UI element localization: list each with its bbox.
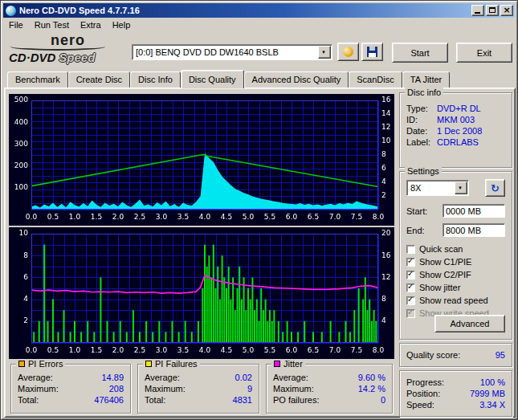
speed-selector[interactable]: 8X [406, 180, 469, 196]
jitter-color-swatch [274, 361, 280, 367]
jitter-average: 9.60 % [358, 373, 385, 382]
jitter-title: Jitter [283, 359, 303, 369]
progress-group: Progress:100 % Position:7999 MB Speed:3.… [399, 370, 512, 417]
quality-score-group: Quality score: 95 [399, 343, 512, 367]
checkbox-show-read-speed[interactable]: Show read speed [406, 294, 508, 307]
checkbox-icon[interactable] [406, 245, 415, 254]
start-label: Start: [406, 206, 427, 216]
tab-strip: Benchmark Create Disc Disc Info Disc Qua… [7, 71, 450, 88]
checkbox-icon[interactable] [406, 271, 415, 279]
pi-errors-average: 14.89 [101, 373, 124, 382]
quality-score-value: 95 [496, 350, 505, 360]
pi-errors-total: 476406 [94, 395, 124, 405]
app-window: Nero CD-DVD Speed 4.7.7.16 File Run Test… [0, 0, 518, 420]
position-value: 7999 MB [470, 389, 505, 398]
pi-failures-average: 0.02 [235, 373, 252, 382]
disc-id-value: MKM 003 [437, 115, 475, 124]
eject-button[interactable] [337, 43, 359, 61]
brand-speed: Speed [59, 51, 95, 64]
checkbox-icon[interactable] [406, 296, 415, 305]
close-icon [501, 5, 512, 15]
menu-help[interactable]: Help [107, 18, 137, 31]
drive-selector-value: [0:0] BENQ DVD DD DW1640 BSLB [133, 47, 317, 57]
app-icon [6, 6, 16, 16]
pi-failures-title: PI Failures [155, 359, 198, 369]
pi-failures-group: PI Failures Average:0.02 Maximum:9 Total… [137, 364, 259, 414]
start-button[interactable]: Start [392, 43, 448, 63]
pi-errors-color-swatch [18, 361, 25, 367]
logo-swoosh-icon [10, 43, 105, 51]
po-failures-value: 0 [381, 395, 385, 405]
tab-create-disc[interactable]: Create Disc [68, 71, 130, 88]
title-bar: Nero CD-DVD Speed 4.7.7.16 [3, 3, 515, 18]
pi-errors-title: PI Errors [28, 359, 63, 369]
start-position-input[interactable] [443, 204, 505, 218]
nero-logo: nero CD·DVDSpeed [7, 33, 129, 70]
settings-title: Settings [405, 166, 442, 176]
checkbox-icon [406, 309, 415, 318]
pi-failures-total: 4831 [233, 395, 252, 405]
chevron-down-icon[interactable] [455, 181, 467, 194]
checkbox-show-jitter[interactable]: Show jitter [406, 281, 508, 294]
tab-disc-info[interactable]: Disc Info [130, 71, 181, 88]
checkbox-quick-scan[interactable]: Quick scan [406, 243, 508, 255]
window-maximize-button[interactable] [486, 5, 499, 16]
window-title: Nero CD-DVD Speed 4.7.7.16 [19, 6, 470, 15]
disc-type-value: DVD+R DL [437, 104, 481, 113]
checkbox-show-c1-pie[interactable]: Show C1/PIE [406, 255, 508, 268]
menu-extra[interactable]: Extra [75, 18, 107, 31]
disc-icon [343, 47, 353, 57]
disc-date-row: Date:1 Dec 2008 [400, 125, 512, 137]
pi-failures-color-swatch [145, 361, 152, 367]
chevron-down-icon[interactable] [318, 46, 331, 59]
save-icon [367, 47, 377, 57]
tab-disc-quality[interactable]: Disc Quality [181, 70, 244, 88]
pie-chart-canvas [9, 94, 394, 226]
tab-advanced-disc-quality[interactable]: Advanced Disc Quality [244, 71, 349, 88]
pi-failures-maximum: 9 [247, 384, 252, 393]
end-position-input[interactable] [443, 223, 505, 237]
quality-score-label: Quality score: [406, 350, 460, 360]
end-label: End: [406, 226, 425, 235]
speed-value: 3.34 X [479, 400, 505, 410]
minimize-icon [475, 12, 480, 14]
tab-scandisc[interactable]: ScanDisc [349, 71, 402, 88]
menu-file[interactable]: File [3, 18, 29, 31]
menu-run-test[interactable]: Run Test [29, 18, 75, 31]
checkbox-icon[interactable] [406, 283, 415, 292]
exit-button[interactable]: Exit [456, 43, 512, 63]
window-minimize-button[interactable] [471, 5, 484, 16]
maximize-icon [489, 7, 496, 13]
disc-info-group: Disc info Type:DVD+R DL ID:MKM 003 Date:… [399, 92, 512, 168]
checkbox-icon[interactable] [406, 258, 415, 267]
start-position-row: Start: [406, 204, 505, 218]
disc-label-value: CDRLABS [437, 137, 479, 147]
menu-bar: File Run Test Extra Help [3, 18, 515, 32]
jitter-group: Jitter Average:9.60 % Maximum:14.2 % PO … [266, 364, 393, 414]
disc-date-value: 1 Dec 2008 [437, 126, 482, 136]
disc-id-row: ID:MKM 003 [400, 114, 512, 125]
progress-row: Progress:100 % [400, 377, 512, 388]
speed-row: Speed:3.34 X [400, 399, 512, 410]
disc-label-row: Label:CDRLABS [400, 137, 512, 148]
pi-errors-group: PI Errors Average:14.89 Maximum:208 Tota… [10, 364, 131, 414]
window-close-button[interactable] [500, 5, 513, 16]
drive-selector[interactable]: [0:0] BENQ DVD DD DW1640 BSLB [132, 44, 332, 60]
refresh-button[interactable] [485, 179, 505, 197]
jitter-maximum: 14.2 % [358, 384, 385, 393]
pif-chart-canvas [9, 227, 394, 359]
end-position-row: End: [406, 223, 505, 237]
tab-ta-jitter[interactable]: TA Jitter [402, 71, 451, 88]
advanced-button[interactable]: Advanced [434, 315, 505, 332]
tab-benchmark[interactable]: Benchmark [7, 71, 68, 88]
disc-info-title: Disc info [405, 88, 443, 97]
disc-type-row: Type:DVD+R DL [400, 103, 512, 114]
position-row: Position:7999 MB [400, 388, 512, 399]
save-button[interactable] [361, 43, 383, 61]
progress-value: 100 % [480, 377, 505, 387]
refresh-icon [491, 182, 500, 194]
checkbox-show-c2-pif[interactable]: Show C2/PIF [406, 268, 508, 281]
settings-group: Settings 8X Start: End: Quick scan Show … [399, 171, 512, 340]
speed-selector-value: 8X [407, 183, 454, 193]
pi-errors-maximum: 208 [109, 384, 124, 393]
